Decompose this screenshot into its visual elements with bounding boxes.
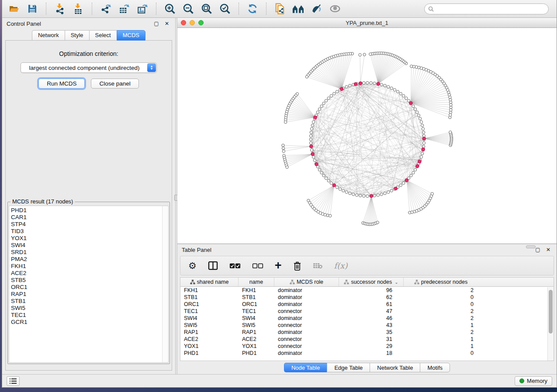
mcds-result-item[interactable]: TEC1: [11, 312, 168, 319]
tab-select[interactable]: Select: [89, 30, 117, 41]
network-node[interactable]: [282, 144, 284, 147]
table-cell[interactable]: 35: [339, 329, 404, 335]
network-node[interactable]: [310, 127, 313, 130]
network-node[interactable]: [282, 150, 285, 152]
table-cell[interactable]: dominator: [274, 329, 339, 335]
network-node[interactable]: [421, 152, 423, 155]
network-node[interactable]: [312, 155, 315, 158]
mcds-node[interactable]: [394, 187, 398, 190]
mcds-result-item[interactable]: CAR1: [11, 214, 168, 221]
table-settings-icon[interactable]: ⚙: [188, 259, 197, 272]
mcds-result-item[interactable]: GCR1: [11, 319, 168, 326]
table-cell[interactable]: SWI4: [239, 315, 274, 321]
column-header-name[interactable]: name: [239, 278, 274, 286]
table-row[interactable]: SWI5SWI5connector431: [180, 322, 554, 329]
network-node[interactable]: [387, 86, 390, 88]
clone-network-icon[interactable]: [273, 2, 287, 16]
network-node[interactable]: [420, 155, 422, 158]
table-cell[interactable]: connector: [274, 343, 339, 349]
network-node[interactable]: [414, 168, 416, 171]
close-panel-button[interactable]: Close panel: [91, 79, 138, 89]
table-cell[interactable]: dominator: [274, 287, 339, 293]
network-node[interactable]: [363, 53, 366, 56]
table-cell[interactable]: connector: [274, 322, 339, 328]
network-node[interactable]: [449, 98, 452, 101]
mcds-node[interactable]: [422, 148, 425, 151]
network-node[interactable]: [366, 195, 369, 197]
table-cell[interactable]: 61: [339, 301, 404, 307]
table-scrollbar-thumb[interactable]: [549, 290, 553, 334]
network-node[interactable]: [431, 193, 433, 195]
table-panel-grip[interactable]: [526, 245, 536, 248]
network-node[interactable]: [330, 94, 332, 97]
mcds-result-item[interactable]: YOX1: [11, 235, 168, 242]
table-row[interactable]: ACE2ACE2connector311: [180, 336, 554, 343]
network-node[interactable]: [390, 189, 393, 192]
network-node[interactable]: [396, 90, 399, 93]
open-file-icon[interactable]: [7, 2, 21, 16]
table-row[interactable]: YOX1YOX1connector291: [180, 343, 554, 350]
network-node[interactable]: [309, 138, 312, 141]
network-node[interactable]: [402, 182, 405, 184]
network-node[interactable]: [369, 53, 372, 55]
vizmapper-icon[interactable]: [309, 2, 324, 16]
network-node[interactable]: [359, 53, 361, 56]
mcds-node[interactable]: [416, 165, 419, 168]
table-cell[interactable]: 46: [339, 315, 404, 321]
mcds-result-item[interactable]: ORC1: [11, 284, 168, 291]
mcds-result-item[interactable]: STB1: [11, 298, 168, 305]
table-cell[interactable]: 1: [404, 343, 478, 349]
network-node[interactable]: [349, 84, 351, 87]
table-row[interactable]: RAP1RAP1dominator352: [180, 329, 554, 336]
mcds-node[interactable]: [314, 116, 317, 119]
criterion-dropdown[interactable]: largest connected component (undirected)…: [21, 62, 157, 73]
network-node[interactable]: [322, 102, 325, 105]
memory-button[interactable]: Memory: [515, 376, 552, 386]
network-node[interactable]: [373, 194, 376, 197]
network-node[interactable]: [393, 89, 396, 91]
network-node[interactable]: [310, 149, 313, 151]
network-canvas[interactable]: [177, 28, 557, 244]
network-node[interactable]: [327, 179, 330, 182]
table-cell[interactable]: RAP1: [239, 329, 274, 335]
table-cell[interactable]: SWI5: [239, 322, 274, 328]
network-node[interactable]: [380, 193, 383, 196]
table-row[interactable]: TEC1TEC1connector472: [180, 308, 554, 315]
network-node[interactable]: [336, 90, 338, 93]
network-node[interactable]: [326, 214, 329, 217]
network-node[interactable]: [422, 141, 425, 144]
export-table-icon[interactable]: [117, 2, 131, 16]
table-cell[interactable]: ACE2: [239, 336, 274, 342]
float-panel-icon[interactable]: ▢: [152, 20, 160, 27]
result-list-scrollbar[interactable]: [162, 206, 168, 362]
table-cell[interactable]: STB1: [180, 294, 239, 300]
mcds-result-list[interactable]: PHD1CAR1STP4TID3YOX1SWI4SRD1PMA2FKH1ACE2…: [9, 206, 169, 363]
network-node[interactable]: [345, 191, 348, 193]
mcds-result-item[interactable]: SRD1: [11, 249, 168, 256]
network-node[interactable]: [309, 141, 312, 144]
run-mcds-button[interactable]: Run MCDS: [38, 79, 85, 89]
network-node[interactable]: [420, 120, 422, 123]
table-row[interactable]: SWI4SWI4dominator462: [180, 315, 554, 322]
column-header-successor-nodes[interactable]: successor nodes⌄: [339, 278, 404, 286]
table-cell[interactable]: 47: [339, 308, 404, 314]
network-node[interactable]: [345, 86, 348, 88]
network-node[interactable]: [387, 191, 390, 193]
tab-edge-table[interactable]: Edge Table: [327, 363, 370, 372]
mcds-node[interactable]: [309, 144, 313, 148]
table-cell[interactable]: ACE2: [180, 336, 239, 342]
network-node[interactable]: [286, 166, 288, 168]
export-network-icon[interactable]: [98, 2, 113, 16]
table-cell[interactable]: 2: [404, 329, 478, 335]
table-cell[interactable]: TEC1: [180, 308, 239, 314]
network-node[interactable]: [384, 84, 386, 87]
show-columns-icon[interactable]: [208, 259, 218, 272]
table-cell[interactable]: 62: [339, 294, 404, 300]
zoom-selected-icon[interactable]: [218, 2, 232, 16]
network-node[interactable]: [380, 83, 383, 86]
table-cell[interactable]: ORC1: [180, 301, 239, 307]
import-table-icon[interactable]: [71, 2, 86, 16]
task-history-button[interactable]: [7, 376, 20, 386]
table-row[interactable]: ORC1ORC1dominator610: [180, 301, 554, 308]
tab-mcds[interactable]: MCDS: [117, 30, 145, 41]
